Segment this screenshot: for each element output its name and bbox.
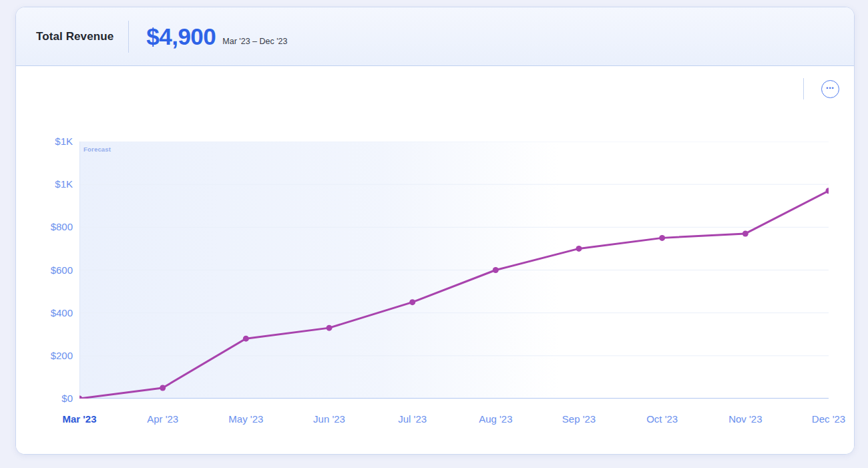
chart-panel: ••• Forecast $1K$1K$800$600$400$200$0 Ma… (16, 66, 854, 455)
x-tick-label: Nov '23 (708, 413, 782, 426)
data-point[interactable] (742, 230, 748, 236)
data-point[interactable] (243, 336, 249, 342)
y-tick-label: $200 (29, 349, 73, 363)
x-tick-label: Oct '23 (626, 413, 699, 426)
x-tick-label: Jul '23 (376, 413, 449, 426)
toolbar-divider (803, 78, 804, 99)
x-tick-label: Dec '23 (792, 413, 855, 426)
data-point[interactable] (327, 325, 333, 331)
x-tick-label: Apr '23 (126, 413, 200, 426)
revenue-card: Total Revenue $4,900 Mar '23 – Dec '23 •… (15, 7, 855, 455)
y-tick-label: $1K (29, 135, 73, 148)
x-tick-label: Sep '23 (542, 413, 616, 426)
y-tick-label: $1K (29, 178, 73, 191)
x-tick-label: Aug '23 (459, 413, 532, 426)
header-divider (128, 21, 129, 53)
data-point[interactable] (160, 385, 166, 391)
more-options-button[interactable]: ••• (821, 80, 839, 98)
card-title: Total Revenue (36, 30, 114, 43)
y-tick-label: $0 (29, 392, 73, 405)
data-point[interactable] (493, 267, 499, 273)
y-tick-label: $800 (29, 220, 73, 234)
x-tick-label: Jun '23 (292, 413, 366, 426)
x-tick-label: Mar '23 (43, 413, 116, 426)
x-tick-label: May '23 (209, 413, 282, 426)
card-header: Total Revenue $4,900 Mar '23 – Dec '23 (16, 7, 854, 66)
line-chart[interactable] (79, 142, 829, 399)
data-point[interactable] (659, 235, 665, 241)
total-revenue-value: $4,900 (146, 23, 216, 50)
chart-toolbar: ••• (803, 78, 839, 99)
y-tick-label: $600 (29, 264, 73, 277)
ellipsis-icon: ••• (826, 85, 834, 93)
y-tick-label: $400 (29, 306, 73, 320)
data-point[interactable] (576, 246, 582, 252)
forecast-label: Forecast (83, 146, 111, 153)
data-point[interactable] (409, 299, 415, 305)
date-range-label: Mar '23 – Dec '23 (222, 27, 287, 46)
